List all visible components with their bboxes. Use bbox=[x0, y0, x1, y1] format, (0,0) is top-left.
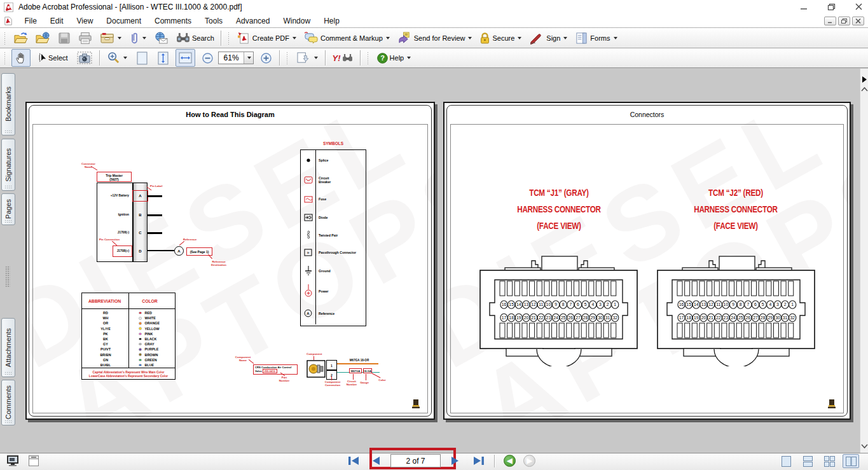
send-for-review-button[interactable]: Send for Review bbox=[395, 30, 475, 46]
scroll-down-arrow[interactable] bbox=[860, 443, 868, 449]
create-pdf-button[interactable]: Create PDF bbox=[235, 30, 299, 46]
open-button[interactable] bbox=[11, 30, 31, 46]
open-web-button[interactable] bbox=[33, 30, 53, 46]
zoom-tool-button[interactable] bbox=[104, 50, 130, 66]
comment-markup-caret[interactable] bbox=[386, 37, 390, 39]
sidebar-tab-comments[interactable]: Comments bbox=[1, 380, 15, 425]
zoom-level-caret[interactable] bbox=[244, 52, 253, 64]
zoom-in-button[interactable] bbox=[258, 50, 275, 66]
sign-button[interactable]: Sign bbox=[527, 30, 570, 46]
secure-button[interactable]: Secure bbox=[477, 30, 524, 46]
forms-button[interactable]: Forms bbox=[572, 30, 619, 46]
zoom-tool-caret[interactable] bbox=[123, 57, 127, 59]
toolbar-grip-5[interactable] bbox=[367, 52, 369, 64]
vertical-scrollbar[interactable] bbox=[860, 69, 868, 453]
last-page-button[interactable] bbox=[472, 455, 485, 466]
fit-width-button[interactable] bbox=[176, 49, 195, 67]
select-tool-button[interactable]: Select bbox=[34, 50, 71, 66]
component-icon bbox=[307, 360, 326, 378]
part-number-label: PartNumber bbox=[276, 376, 293, 382]
next-view-button[interactable]: ▶ bbox=[523, 455, 535, 467]
send-for-review-label: Send for Review bbox=[414, 34, 465, 42]
create-pdf-caret[interactable] bbox=[293, 37, 296, 39]
print-button[interactable] bbox=[76, 30, 95, 46]
svg-text:21: 21 bbox=[531, 315, 536, 320]
yim-search-button[interactable]: Y! bbox=[330, 52, 355, 65]
sidebar-tab-signatures[interactable]: Signatures bbox=[1, 139, 15, 191]
search-button[interactable]: Search bbox=[174, 31, 217, 46]
doc-restore-button[interactable] bbox=[838, 17, 850, 25]
scrollbar-collapse-arrow[interactable] bbox=[860, 75, 868, 84]
svg-text:5: 5 bbox=[762, 302, 764, 307]
secure-caret[interactable] bbox=[518, 37, 521, 39]
forms-caret[interactable] bbox=[614, 37, 617, 39]
svg-text:25: 25 bbox=[561, 315, 566, 320]
sign-caret[interactable] bbox=[563, 37, 567, 39]
previous-view-button[interactable]: ◀ bbox=[504, 455, 516, 467]
status-monitor-icon[interactable] bbox=[6, 455, 19, 467]
hand-tool-button[interactable] bbox=[11, 49, 31, 67]
wire-stub-A bbox=[148, 195, 162, 197]
sidebar-tab-pages[interactable]: Pages bbox=[1, 193, 15, 225]
symbol-row-passthrough: »Passthrough Connector bbox=[301, 244, 366, 261]
toolbar-grip-2[interactable] bbox=[228, 32, 230, 45]
menu-edit[interactable]: Edit bbox=[43, 15, 70, 27]
sidebar-tab-attachments[interactable]: Attachments bbox=[1, 318, 15, 377]
status-page-icon[interactable] bbox=[28, 455, 39, 467]
email-button[interactable] bbox=[151, 30, 171, 46]
main-area: BookmarksSignaturesPagesAttachmentsComme… bbox=[0, 69, 868, 453]
toolbar-grip-4[interactable] bbox=[286, 52, 289, 64]
pin-name-C: J1708(-) bbox=[98, 228, 131, 238]
sidebar-splitter-handle[interactable] bbox=[5, 266, 10, 287]
svg-text:31: 31 bbox=[783, 315, 788, 320]
menu-file[interactable]: File bbox=[18, 15, 43, 27]
facing-button[interactable] bbox=[843, 454, 859, 468]
restore-button[interactable] bbox=[827, 3, 836, 11]
menu-advanced[interactable]: Advanced bbox=[230, 15, 277, 27]
comment-markup-button[interactable]: Comment & Markup bbox=[301, 30, 392, 46]
help-button[interactable]: ?Help bbox=[375, 51, 414, 66]
send-for-review-caret[interactable] bbox=[468, 37, 472, 39]
actual-size-button[interactable] bbox=[134, 50, 151, 67]
page-view-caret[interactable] bbox=[314, 57, 318, 59]
window-title: Adobe Acrobat Professional - [Allison - … bbox=[18, 3, 242, 11]
save-button[interactable] bbox=[55, 30, 73, 46]
first-page-button[interactable] bbox=[347, 455, 361, 466]
menu-window[interactable]: Window bbox=[277, 15, 317, 27]
sidebar-tab-bookmarks[interactable]: Bookmarks bbox=[1, 73, 15, 135]
symbol-row-circuit-breaker: CircuitBreaker bbox=[301, 170, 366, 190]
color-label: Color bbox=[376, 378, 388, 382]
zoom-level-combobox[interactable]: 61% bbox=[218, 52, 254, 64]
menu-document[interactable]: Document bbox=[100, 15, 148, 27]
single-page-button[interactable] bbox=[778, 454, 794, 468]
close-button[interactable] bbox=[855, 3, 863, 11]
attach-button[interactable] bbox=[127, 30, 149, 46]
organizer-button[interactable] bbox=[97, 30, 124, 46]
scroll-up-arrow[interactable] bbox=[860, 86, 868, 93]
zoom-out-button[interactable] bbox=[199, 50, 216, 66]
previous-page-button[interactable] bbox=[371, 455, 382, 466]
toolbar-grip[interactable] bbox=[4, 32, 6, 45]
attach-caret[interactable] bbox=[142, 37, 146, 39]
toolbar-grip-3[interactable] bbox=[4, 52, 6, 64]
continuous-facing-button[interactable] bbox=[821, 454, 837, 468]
ground-icon bbox=[301, 261, 316, 280]
symbol-row-diode: Diode bbox=[301, 209, 366, 226]
fit-page-button[interactable] bbox=[155, 50, 172, 67]
page-indicator-box[interactable]: 2 of 7 bbox=[390, 454, 441, 467]
help-caret[interactable] bbox=[407, 57, 411, 59]
organizer-caret[interactable] bbox=[118, 37, 121, 39]
minimize-button[interactable] bbox=[800, 4, 808, 11]
doc-close-button[interactable] bbox=[852, 17, 864, 25]
menu-view[interactable]: View bbox=[70, 15, 100, 27]
symbol-label: Power bbox=[316, 289, 329, 293]
menu-tools[interactable]: Tools bbox=[198, 15, 230, 27]
continuous-button[interactable] bbox=[799, 454, 816, 468]
next-page-button[interactable] bbox=[450, 455, 460, 466]
snapshot-button[interactable] bbox=[74, 50, 95, 66]
page-view-button[interactable] bbox=[294, 50, 320, 66]
svg-text:16: 16 bbox=[679, 302, 684, 307]
menu-comments[interactable]: Comments bbox=[148, 15, 198, 27]
doc-minimize-button[interactable] bbox=[824, 17, 836, 25]
menu-help[interactable]: Help bbox=[317, 15, 347, 27]
